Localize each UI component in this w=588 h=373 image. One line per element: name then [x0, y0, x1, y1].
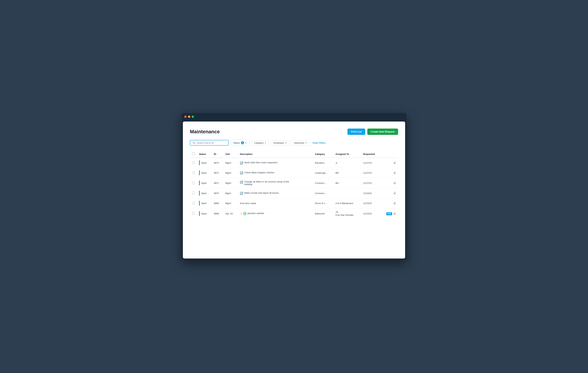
row-actions-cell: 🖨	[381, 178, 398, 188]
top-bar: Maintenance Print List Create New Reques…	[190, 129, 398, 135]
row-print-button[interactable]: 🖨	[393, 181, 396, 185]
search-icon: 🔍	[192, 141, 195, 144]
row-assigned-cell: JSFive Star Plumbin	[333, 208, 361, 219]
close-button[interactable]	[184, 116, 187, 118]
refresh-icon: 🔄	[240, 161, 243, 165]
row-id-cell[interactable]: 8973	[212, 158, 223, 168]
row-actions-cell: 🖨	[381, 158, 398, 168]
row-id-cell[interactable]: 8970	[212, 188, 223, 198]
titlebar	[181, 113, 407, 120]
row-actions-cell: 🖨	[381, 188, 398, 198]
col-description: Description	[238, 151, 313, 158]
row-checkbox[interactable]	[192, 181, 195, 184]
row-status-cell: Open	[197, 178, 212, 188]
row-assigned-cell: BR	[333, 168, 361, 178]
search-box[interactable]: 🔍	[190, 140, 229, 146]
row-checkbox[interactable]	[192, 192, 195, 194]
row-checkbox-cell	[190, 168, 197, 178]
category-chevron-icon: ▼	[265, 142, 266, 144]
row-assigned-cell: BH	[333, 178, 361, 188]
minimize-button[interactable]	[188, 116, 190, 118]
row-requested-cell: 11/23/21	[361, 208, 381, 219]
advanced-filter-label: Advanced	[294, 141, 304, 144]
row-unit-cell: Apt. 2A	[223, 208, 238, 219]
row-unit-cell: Mgmt	[223, 188, 238, 198]
status-label: Open	[201, 171, 207, 174]
maximize-button[interactable]	[192, 116, 194, 118]
create-new-request-button[interactable]: Create New Request	[367, 129, 398, 135]
top-actions: Print List Create New Request	[347, 129, 398, 135]
row-requested-cell: 11/27/21	[361, 158, 381, 168]
col-checkbox	[190, 151, 197, 158]
app-window: Maintenance Print List Create New Reques…	[181, 113, 407, 260]
row-description-cell: 🔄 Make rounds and report all issues.	[238, 188, 313, 198]
col-id[interactable]: ID	[212, 151, 223, 158]
row-checkbox[interactable]	[192, 161, 195, 164]
row-checkbox-cell	[190, 178, 197, 188]
row-assigned-cell: JI	[333, 158, 361, 168]
select-all-checkbox[interactable]	[192, 152, 195, 155]
row-requested-cell: 11/27/21	[361, 168, 381, 178]
row-print-button[interactable]: 🖨	[393, 161, 396, 164]
row-category-cell: Landscapi...	[313, 168, 333, 178]
employee-filter-button[interactable]: Employee ▼	[271, 140, 289, 146]
status-indicator	[199, 160, 200, 165]
row-print-button[interactable]: 🖨	[393, 171, 396, 174]
row-checkbox[interactable]	[192, 171, 195, 174]
dollar-icon: $	[243, 212, 246, 215]
table-row: Open8968Apt. 2A⚠ $ plumber neededBathroo…	[190, 208, 398, 219]
row-id-cell[interactable]: 8972	[212, 168, 223, 178]
row-category-cell: Common ...	[313, 178, 333, 188]
description-text: front door repair	[240, 202, 256, 205]
status-filter-button[interactable]: Status 1 ▼	[231, 140, 250, 146]
clear-filters-button[interactable]: Clear Filters	[313, 141, 326, 144]
status-filter-badge: 1	[241, 141, 244, 144]
status-label: Open	[201, 212, 207, 215]
row-print-button[interactable]: 🖨	[393, 212, 396, 215]
row-description-cell: 🔄 Change air filters in all common areas…	[238, 178, 313, 188]
search-input[interactable]	[197, 141, 226, 144]
table-row: Open8971Mgmt🔄 Change air filters in all …	[190, 178, 398, 188]
row-print-button[interactable]: 🖨	[393, 192, 396, 195]
row-actions-cell: 🖨	[381, 198, 398, 208]
col-unit: Unit	[223, 151, 238, 158]
row-checkbox-cell	[190, 158, 197, 168]
status-filter-label: Status	[233, 141, 240, 144]
filters-bar: 🔍 Status 1 ▼ Category ▼ Employee ▼ Advan…	[190, 140, 398, 146]
employee-chevron-icon: ▼	[285, 142, 287, 144]
col-category: Category	[313, 151, 333, 158]
row-checkbox[interactable]	[192, 202, 195, 204]
row-id-cell[interactable]: 8969	[212, 198, 223, 208]
row-checkbox[interactable]	[192, 212, 195, 215]
row-status-cell: Open	[197, 158, 212, 168]
refresh-icon: 🔄	[240, 181, 243, 184]
row-checkbox-cell	[190, 198, 197, 208]
row-category-cell: Elevators	[313, 158, 333, 168]
table-row: Open8970Mgmt🔄 Make rounds and report all…	[190, 188, 398, 198]
status-label: Open	[201, 202, 207, 205]
row-id-cell[interactable]: 8968	[212, 208, 223, 219]
row-unit-cell: Mgmt	[223, 168, 238, 178]
status-indicator	[199, 211, 200, 216]
row-category-cell: Bathroom	[313, 208, 333, 219]
assigned-secondary: Five Star Plumbin	[336, 214, 359, 216]
row-requested-cell: 11/23/21	[361, 198, 381, 208]
description-text: North Side Elev motor inspection	[244, 161, 277, 164]
row-status-cell: Open	[197, 168, 212, 178]
table-row: Open8973Mgmt🔄 North Side Elev motor insp…	[190, 158, 398, 168]
row-id-cell[interactable]: 8971	[212, 178, 223, 188]
advanced-filter-button[interactable]: Advanced ▼	[291, 140, 310, 146]
row-category-cell: Doors & L...	[313, 198, 333, 208]
status-indicator	[199, 201, 200, 206]
print-list-button[interactable]: Print List	[347, 129, 365, 135]
row-assigned-cell	[333, 188, 361, 198]
table-row: Open8969Mgmtfront door repairDoors & L..…	[190, 198, 398, 208]
status-label: Open	[201, 182, 207, 184]
row-description-cell: ⚠ $ plumber needed	[238, 208, 313, 219]
category-filter-button[interactable]: Category ▼	[252, 140, 269, 146]
assigned-primary: JS	[336, 211, 359, 213]
advanced-chevron-icon: ▼	[305, 142, 307, 144]
page-title: Maintenance	[190, 129, 220, 134]
category-filter-label: Category	[254, 141, 263, 144]
row-print-button[interactable]: 🖨	[393, 202, 396, 205]
